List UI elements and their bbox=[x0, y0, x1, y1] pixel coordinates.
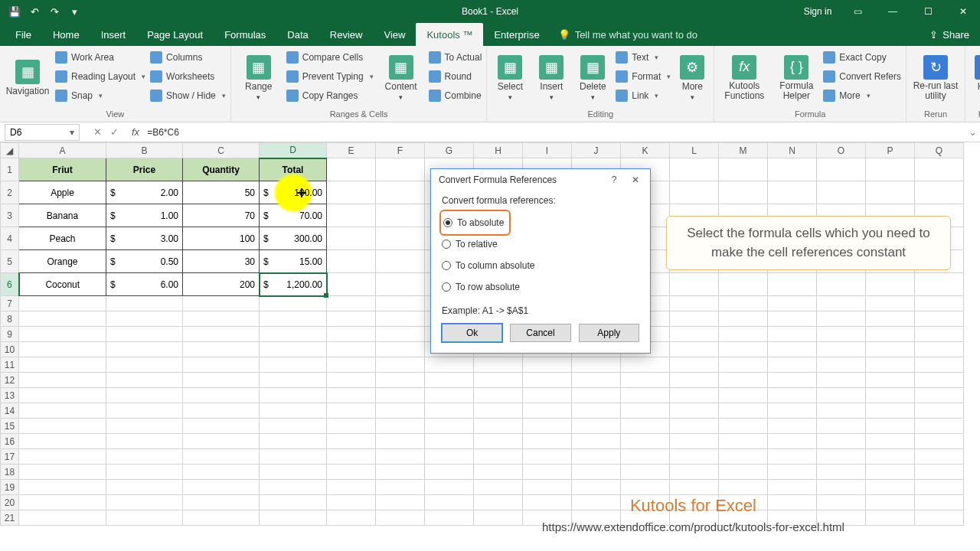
reading-layout-button[interactable]: Reading Layout bbox=[55, 68, 145, 85]
content-button[interactable]: ▦Content▾ bbox=[378, 49, 424, 107]
row-header[interactable]: 7 bbox=[1, 296, 19, 311]
formula-helper-button[interactable]: { }Formula Helper bbox=[774, 49, 818, 107]
save-icon[interactable]: 💾 bbox=[6, 3, 23, 20]
cancel-button[interactable]: Cancel bbox=[510, 324, 570, 342]
tab-view[interactable]: View bbox=[373, 23, 416, 46]
ribbon-options-icon[interactable]: ▭ bbox=[841, 1, 874, 22]
radio-to-absolute[interactable]: To absolute bbox=[442, 212, 508, 233]
cell[interactable]: 70 bbox=[183, 204, 260, 227]
tab-insert[interactable]: Insert bbox=[90, 23, 137, 46]
col-header-q[interactable]: Q bbox=[915, 143, 964, 158]
rerun-button[interactable]: ↻Re-run last utility bbox=[911, 49, 960, 107]
row-header[interactable]: 18 bbox=[1, 465, 19, 480]
name-box-dropdown-icon[interactable]: ▾ bbox=[70, 127, 74, 138]
col-header-b[interactable]: B bbox=[106, 143, 183, 158]
row-header[interactable]: 3 bbox=[1, 204, 19, 227]
close-icon[interactable]: ✕ bbox=[946, 1, 980, 22]
insert-button[interactable]: ▦Insert▾ bbox=[533, 49, 570, 107]
columns-button[interactable]: Columns bbox=[150, 49, 226, 66]
expand-formula-icon[interactable]: ⌄ bbox=[965, 126, 980, 138]
col-header-o[interactable]: O bbox=[817, 143, 866, 158]
cell[interactable]: Orange bbox=[19, 250, 106, 273]
delete-button[interactable]: ▦Delete▾ bbox=[574, 49, 611, 107]
cell[interactable]: Peach bbox=[19, 227, 106, 250]
cell[interactable]: $1.00 bbox=[106, 204, 183, 227]
cell[interactable]: Friut bbox=[19, 158, 106, 181]
select-button[interactable]: ▦Select▾ bbox=[492, 49, 528, 107]
cell[interactable]: Quantity bbox=[183, 158, 260, 181]
help-button[interactable]: ?Help▾ bbox=[970, 49, 980, 107]
row-header[interactable]: 8 bbox=[1, 311, 19, 327]
snap-button[interactable]: Snap bbox=[55, 87, 145, 104]
dialog-close-icon[interactable]: ✕ bbox=[629, 174, 642, 185]
tab-review[interactable]: Review bbox=[319, 23, 374, 46]
row-header[interactable]: 12 bbox=[1, 373, 19, 388]
col-header-n[interactable]: N bbox=[768, 143, 817, 158]
row-header[interactable]: 1 bbox=[1, 158, 19, 181]
cell[interactable]: $0.50 bbox=[106, 250, 183, 273]
tab-formulas[interactable]: Formulas bbox=[214, 23, 276, 46]
radio-to-row-absolute[interactable]: To row absolute bbox=[442, 276, 639, 298]
copy-ranges-button[interactable]: Copy Ranges bbox=[286, 87, 374, 104]
row-header[interactable]: 4 bbox=[1, 227, 19, 250]
col-header-m[interactable]: M bbox=[719, 143, 768, 158]
worksheets-button[interactable]: Worksheets bbox=[150, 68, 226, 85]
tab-page-layout[interactable]: Page Layout bbox=[136, 23, 214, 46]
convert-refers-button[interactable]: Convert Refers bbox=[823, 68, 901, 85]
tell-me[interactable]: 💡 Tell me what you want to do bbox=[558, 23, 697, 46]
select-all-corner[interactable]: ◢ bbox=[1, 143, 19, 158]
apply-button[interactable]: Apply bbox=[579, 324, 639, 342]
dialog-titlebar[interactable]: Convert Formula References ? ✕ bbox=[431, 169, 650, 191]
cell[interactable]: 200 bbox=[183, 273, 260, 296]
col-header-a[interactable]: A bbox=[19, 143, 106, 158]
row-header[interactable]: 2 bbox=[1, 181, 19, 204]
cell[interactable]: Coconut bbox=[19, 273, 106, 296]
cell[interactable]: $15.00 bbox=[260, 250, 327, 273]
range-button[interactable]: ▦Range▾ bbox=[236, 49, 282, 107]
col-header-i[interactable]: I bbox=[523, 143, 572, 158]
minimize-icon[interactable]: — bbox=[876, 1, 910, 22]
combine-button[interactable]: Combine bbox=[429, 87, 482, 104]
tab-file[interactable]: File bbox=[5, 23, 42, 46]
tab-kutools[interactable]: Kutools ™ bbox=[416, 23, 483, 46]
cell[interactable]: $2.00 bbox=[106, 181, 183, 204]
ok-button[interactable]: Ok bbox=[442, 324, 502, 342]
fx-label[interactable]: fx bbox=[127, 126, 144, 138]
col-header-k[interactable]: K bbox=[621, 143, 670, 158]
round-button[interactable]: Round bbox=[429, 68, 482, 85]
navigation-button[interactable]: ▦Navigation bbox=[5, 49, 51, 107]
row-header[interactable]: 14 bbox=[1, 403, 19, 419]
text-button[interactable]: Text bbox=[616, 49, 671, 66]
work-area-button[interactable]: Work Area bbox=[55, 49, 145, 66]
row-header[interactable]: 6 bbox=[1, 273, 19, 296]
exact-copy-button[interactable]: Exact Copy bbox=[823, 49, 901, 66]
row-header[interactable]: 9 bbox=[1, 327, 19, 342]
dialog-help-icon[interactable]: ? bbox=[607, 174, 621, 185]
col-header-l[interactable]: L bbox=[670, 143, 719, 158]
col-header-h[interactable]: H bbox=[474, 143, 523, 158]
col-header-p[interactable]: P bbox=[866, 143, 915, 158]
cell[interactable]: 50 bbox=[183, 181, 260, 204]
row-header[interactable]: 11 bbox=[1, 357, 19, 373]
compare-cells-button[interactable]: Compare Cells bbox=[286, 49, 374, 66]
col-header-c[interactable]: C bbox=[183, 143, 260, 158]
row-header[interactable]: 17 bbox=[1, 449, 19, 465]
row-header[interactable]: 10 bbox=[1, 342, 19, 357]
enter-formula-icon[interactable]: ✓ bbox=[107, 126, 121, 138]
row-header[interactable]: 15 bbox=[1, 419, 19, 434]
cell[interactable]: $6.00 bbox=[106, 273, 183, 296]
cell[interactable] bbox=[327, 158, 376, 181]
name-box[interactable]: D6 ▾ bbox=[5, 124, 80, 141]
col-header-f[interactable]: F bbox=[376, 143, 425, 158]
formula-input[interactable]: =B6*C6 bbox=[144, 127, 965, 138]
col-header-d[interactable]: D bbox=[260, 143, 327, 158]
row-header[interactable]: 19 bbox=[1, 480, 19, 495]
row-header[interactable]: 21 bbox=[1, 510, 19, 526]
cell[interactable]: 100 bbox=[183, 227, 260, 250]
cell[interactable]: Banana bbox=[19, 204, 106, 227]
cancel-formula-icon[interactable]: ✕ bbox=[90, 126, 104, 138]
tab-home[interactable]: Home bbox=[42, 23, 90, 46]
radio-to-relative[interactable]: To relative bbox=[442, 233, 639, 255]
cell[interactable]: Price bbox=[106, 158, 183, 181]
cell[interactable]: $300.00 bbox=[260, 227, 327, 250]
